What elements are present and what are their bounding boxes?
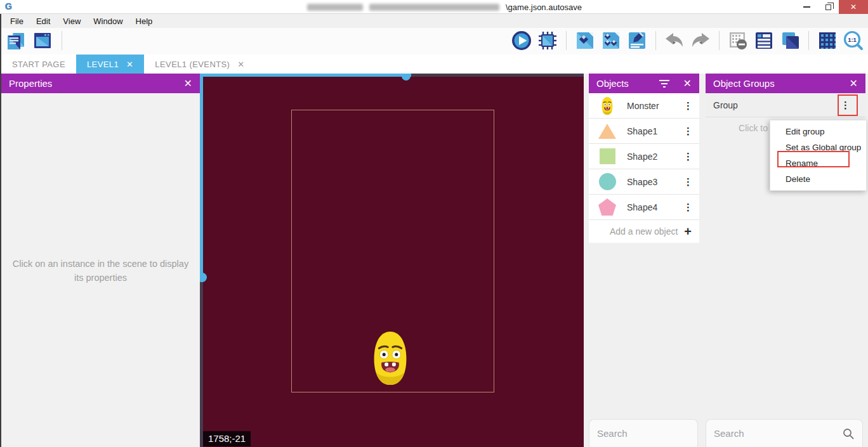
redacted-path-segment xyxy=(369,4,499,11)
start-page-icon[interactable] xyxy=(32,30,53,51)
toolbar-divider xyxy=(62,31,62,50)
close-panel-icon[interactable]: ✕ xyxy=(850,77,858,89)
close-tab-icon[interactable]: ✕ xyxy=(126,60,133,69)
object-name: Monster xyxy=(627,101,683,111)
menu-item-edit-group[interactable]: Edit group xyxy=(770,124,866,139)
object-row-shape3[interactable]: Shape3 ⋮ xyxy=(589,169,699,195)
tab-label: START PAGE xyxy=(12,60,65,69)
orange-triangle-icon xyxy=(596,124,618,139)
object-row-shape4[interactable]: Shape4 ⋮ xyxy=(589,195,699,220)
object-groups-panel-header: Object Groups ✕ xyxy=(706,74,865,93)
object-menu-icon[interactable]: ⋮ xyxy=(683,202,693,212)
edit-scene-icon[interactable] xyxy=(626,30,648,51)
group-name: Group xyxy=(713,100,841,110)
close-tab-icon[interactable]: ✕ xyxy=(237,60,244,69)
object-row-shape2[interactable]: Shape2 ⋮ xyxy=(589,144,699,169)
minimize-icon xyxy=(803,6,810,8)
tab-label: LEVEL1 (EVENTS) xyxy=(155,60,230,69)
toolbar-divider xyxy=(566,31,567,50)
groups-search-input[interactable] xyxy=(714,428,842,439)
object-name: Shape3 xyxy=(627,177,683,187)
close-button[interactable]: ✕ xyxy=(839,0,868,14)
minimize-button[interactable] xyxy=(796,0,817,14)
add-object-icon[interactable] xyxy=(574,30,596,51)
properties-panel-header: Properties ✕ xyxy=(1,74,200,93)
objects-panel-header: Objects ✕ xyxy=(589,74,699,93)
menu-bar: File Edit View Window Help xyxy=(0,14,868,28)
vertical-scrollbar-handle[interactable] xyxy=(200,273,207,282)
tab-level1-events[interactable]: LEVEL1 (EVENTS) ✕ xyxy=(144,55,255,74)
object-groups-panel: Object Groups ✕ Group ⋮ Click to Edit gr… xyxy=(700,74,868,447)
search-icon xyxy=(842,427,855,440)
tab-bar: START PAGE LEVEL1 ✕ LEVEL1 (EVENTS) ✕ xyxy=(1,55,868,74)
toolbar-divider xyxy=(719,31,720,50)
tab-start-page[interactable]: START PAGE xyxy=(1,55,76,74)
objects-panel: Objects ✕ Monster ⋮ Shape1 ⋮ Shape2 ⋮ Sh… xyxy=(584,74,700,447)
tab-label: LEVEL1 xyxy=(87,60,119,69)
undo-icon[interactable] xyxy=(664,30,685,51)
clear-instance-selection-icon[interactable] xyxy=(727,30,749,51)
project-manager-icon[interactable] xyxy=(5,30,27,51)
annotation-box-rename xyxy=(777,151,850,167)
zoom-1-1-icon[interactable]: 1:1 xyxy=(843,30,864,51)
toggle-grid-icon[interactable] xyxy=(817,30,838,51)
vertical-scrollbar[interactable] xyxy=(200,74,203,278)
pink-pentagon-icon xyxy=(596,198,618,216)
add-new-object-button[interactable]: Add a new object + xyxy=(589,220,699,243)
app-logo-icon: G xyxy=(5,1,12,11)
window-title: \game.json.autosave xyxy=(307,3,582,12)
horizontal-scrollbar-handle[interactable] xyxy=(402,74,411,81)
object-name: Shape2 xyxy=(627,152,683,162)
menu-edit[interactable]: Edit xyxy=(30,16,56,26)
title-bar: G \game.json.autosave ✕ xyxy=(0,0,868,14)
object-row-shape1[interactable]: Shape1 ⋮ xyxy=(589,119,699,144)
horizontal-scrollbar[interactable] xyxy=(200,74,411,77)
scene-canvas[interactable]: 1758;-21 xyxy=(200,74,584,447)
debugger-icon[interactable] xyxy=(537,30,558,51)
object-menu-icon[interactable]: ⋮ xyxy=(683,152,693,161)
plus-icon: + xyxy=(684,225,692,238)
objects-editor-icon[interactable] xyxy=(600,30,622,51)
object-groups-panel-title: Object Groups xyxy=(713,78,775,89)
menu-item-delete[interactable]: Delete xyxy=(770,171,866,187)
menu-view[interactable]: View xyxy=(56,16,87,26)
menu-file[interactable]: File xyxy=(4,16,30,26)
menu-window[interactable]: Window xyxy=(87,16,129,26)
layers-editor-icon[interactable] xyxy=(779,30,801,51)
restore-button[interactable] xyxy=(817,0,839,14)
properties-panel: Properties ✕ Click on an instance in the… xyxy=(1,74,200,447)
properties-empty-message: Click on an instance in the scene to dis… xyxy=(9,257,193,285)
monster-sprite-icon xyxy=(596,96,618,115)
close-icon: ✕ xyxy=(850,3,857,11)
teal-circle-icon xyxy=(596,173,618,190)
preview-play-icon[interactable] xyxy=(511,30,532,51)
object-menu-icon[interactable]: ⋮ xyxy=(683,177,693,186)
toolbar-divider xyxy=(655,31,656,50)
partially-hidden-hint-text: Click to xyxy=(713,123,768,133)
close-panel-icon[interactable]: ✕ xyxy=(184,77,192,89)
green-square-icon xyxy=(596,148,618,164)
properties-panel-title: Properties xyxy=(9,78,52,89)
close-panel-icon[interactable]: ✕ xyxy=(683,77,692,89)
filter-icon[interactable] xyxy=(659,80,669,87)
add-new-object-label: Add a new object xyxy=(610,226,678,236)
object-name: Shape1 xyxy=(627,126,683,136)
groups-search-box[interactable] xyxy=(706,419,863,447)
toolbar: 1:1 xyxy=(1,28,868,55)
window-left-border xyxy=(0,14,1,447)
instances-list-icon[interactable] xyxy=(753,30,775,51)
window-title-text: \game.json.autosave xyxy=(506,3,582,12)
svg-text:1:1: 1:1 xyxy=(848,36,857,43)
object-menu-icon[interactable]: ⋮ xyxy=(683,126,693,136)
monster-instance[interactable] xyxy=(368,330,412,387)
menu-help[interactable]: Help xyxy=(129,16,159,26)
cursor-coordinates: 1758;-21 xyxy=(203,431,251,446)
objects-search-box[interactable] xyxy=(589,419,698,447)
object-row-monster[interactable]: Monster ⋮ xyxy=(589,93,699,119)
tab-level1[interactable]: LEVEL1 ✕ xyxy=(76,55,144,74)
toolbar-divider xyxy=(808,31,809,50)
redo-icon[interactable] xyxy=(690,30,711,51)
objects-panel-title: Objects xyxy=(596,78,629,89)
redacted-title-segment xyxy=(307,4,363,11)
object-menu-icon[interactable]: ⋮ xyxy=(683,101,693,110)
